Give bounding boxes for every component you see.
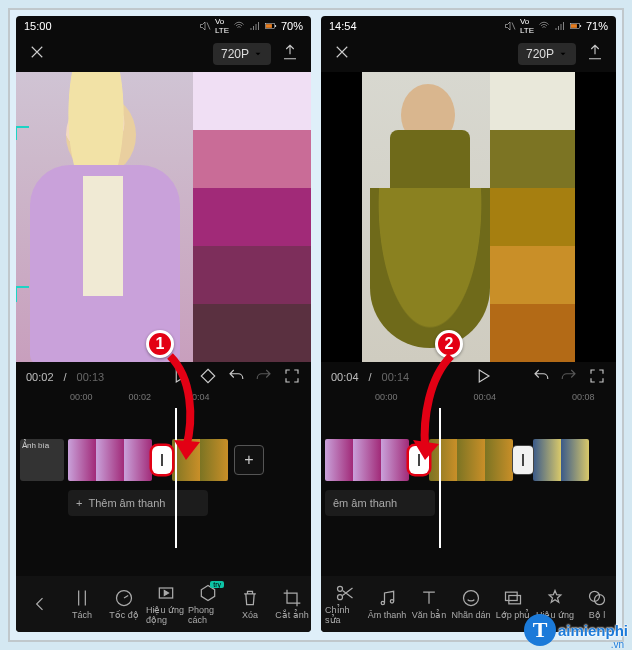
video-track[interactable]	[321, 438, 616, 482]
animation-icon	[156, 583, 176, 603]
mute-icon	[199, 20, 211, 32]
play-icon	[171, 367, 189, 385]
editor-header: 720P	[321, 36, 616, 72]
tool-crop[interactable]: Cắt ảnh	[272, 588, 311, 620]
status-icons: VoLTE 70%	[199, 17, 303, 35]
toolbar: Chỉnh sửa Âm thanh Văn bản Nhãn dán Lớp …	[321, 576, 616, 632]
playhead[interactable]	[439, 408, 441, 548]
tool-audio[interactable]: Âm thanh	[367, 588, 407, 620]
play-button[interactable]	[171, 367, 189, 387]
preview-area[interactable]	[16, 72, 311, 362]
play-button[interactable]	[474, 367, 492, 387]
export-icon	[281, 43, 299, 61]
ruler: 00:00 00:02 00:04	[16, 392, 311, 408]
tool-style[interactable]: try Phong cách	[188, 583, 228, 625]
preview-swatches	[490, 72, 575, 362]
svg-point-13	[381, 601, 384, 604]
export-icon	[586, 43, 604, 61]
try-badge: try	[210, 581, 224, 588]
diamond-icon	[199, 367, 217, 385]
add-clip-button[interactable]: +	[234, 445, 264, 475]
svg-rect-7	[571, 24, 577, 28]
back-tool[interactable]	[20, 594, 60, 614]
trash-icon	[240, 588, 260, 608]
transition-gap-2[interactable]	[513, 446, 533, 474]
scissors-icon	[335, 583, 355, 603]
tool-split[interactable]: Tách	[62, 588, 102, 620]
svg-point-11	[338, 586, 343, 591]
phone-left: 15:00 VoLTE 70% 720P	[16, 16, 311, 632]
redo-button[interactable]	[255, 367, 273, 387]
resolution-selector[interactable]: 720P	[213, 43, 271, 65]
redo-button[interactable]	[560, 367, 578, 387]
mute-icon	[504, 20, 516, 32]
svg-rect-3	[161, 454, 163, 466]
time-total: 00:13	[77, 371, 105, 383]
preview-photo	[16, 72, 193, 362]
play-icon	[474, 367, 492, 385]
tool-edit[interactable]: Chỉnh sửa	[325, 583, 365, 625]
tool-sticker[interactable]: Nhãn dán	[451, 588, 491, 620]
toolbar: Tách Tốc độ Hiệu ứng động try Phong cách…	[16, 576, 311, 632]
close-button[interactable]	[24, 39, 50, 69]
phone-right: 14:54 VoLTE 71% 720P	[321, 16, 616, 632]
svg-rect-1	[266, 24, 272, 28]
export-button[interactable]	[277, 39, 303, 69]
status-bar: 15:00 VoLTE 70%	[16, 16, 311, 36]
close-button[interactable]	[329, 39, 355, 69]
preview-photo	[362, 72, 489, 362]
tool-overlay[interactable]: Lớp phủ	[493, 588, 533, 620]
split-icon	[72, 588, 92, 608]
controls-bar: 00:02 / 00:13	[16, 362, 311, 392]
transition-gap-1[interactable]	[409, 446, 429, 474]
playhead[interactable]	[175, 408, 177, 548]
tool-animation[interactable]: Hiệu ứng động	[146, 583, 186, 625]
tool-filter[interactable]: Bộ l	[577, 588, 616, 620]
clip-1[interactable]	[325, 439, 409, 481]
status-time: 14:54	[329, 20, 357, 32]
preview-area[interactable]	[321, 72, 616, 362]
effects-icon	[545, 588, 565, 608]
add-audio-button[interactable]: +Thêm âm thanh	[68, 490, 208, 516]
redo-icon	[255, 367, 273, 385]
clip-2[interactable]	[172, 439, 228, 481]
clip-1[interactable]	[68, 439, 152, 481]
clip-2[interactable]	[429, 439, 513, 481]
status-time: 15:00	[24, 20, 52, 32]
status-battery: 71%	[586, 20, 608, 32]
battery-icon	[570, 20, 582, 32]
add-audio-button[interactable]: êm âm thanh	[325, 490, 435, 516]
tool-speed[interactable]: Tốc độ	[104, 588, 144, 620]
filter-icon	[587, 588, 607, 608]
svg-rect-9	[418, 454, 420, 466]
tool-text[interactable]: Văn bản	[409, 588, 449, 620]
undo-button[interactable]	[227, 367, 245, 387]
clip-3[interactable]	[533, 439, 589, 481]
svg-rect-2	[275, 25, 276, 27]
music-icon	[377, 588, 397, 608]
video-track[interactable]: Ảnh bìa +	[16, 438, 311, 482]
undo-button[interactable]	[532, 367, 550, 387]
tool-delete[interactable]: Xóa	[230, 588, 270, 620]
tool-effects[interactable]: Hiệu ứng	[535, 588, 575, 620]
controls-bar: 00:04 / 00:14	[321, 362, 616, 392]
time-total: 00:14	[382, 371, 410, 383]
cover-chip[interactable]: Ảnh bìa	[20, 439, 64, 481]
resolution-selector[interactable]: 720P	[518, 43, 576, 65]
svg-rect-17	[509, 596, 521, 604]
transition-gap-1[interactable]	[152, 446, 172, 474]
fullscreen-button[interactable]	[588, 367, 606, 387]
resolution-label: 720P	[221, 47, 249, 61]
preview-swatches	[193, 72, 311, 362]
sticker-icon	[461, 588, 481, 608]
timeline[interactable]: êm âm thanh	[321, 408, 616, 518]
editor-header: 720P	[16, 36, 311, 72]
close-icon	[28, 43, 46, 61]
export-button[interactable]	[582, 39, 608, 69]
overlay-icon	[503, 588, 523, 608]
keyframe-button[interactable]	[199, 367, 217, 387]
status-bar: 14:54 VoLTE 71%	[321, 16, 616, 36]
timeline[interactable]: Ảnh bìa + +Thêm âm thanh	[16, 408, 311, 518]
fullscreen-button[interactable]	[283, 367, 301, 387]
chevron-left-icon	[30, 594, 50, 614]
